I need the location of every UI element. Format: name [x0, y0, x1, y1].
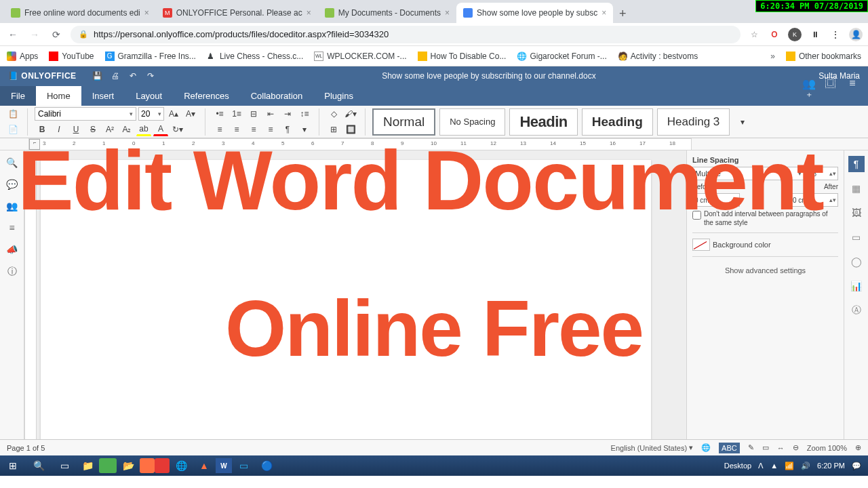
image-settings-icon[interactable]: 🖼 — [848, 205, 865, 221]
extension-icon[interactable]: K — [788, 28, 802, 41]
page-indicator[interactable]: Page 1 of 5 — [7, 444, 45, 452]
about-icon[interactable]: ⓘ — [7, 266, 17, 278]
other-bookmarks[interactable]: Other bookmarks — [786, 52, 861, 61]
browser-tab-3[interactable]: Show some love people by subsc× — [456, 3, 613, 23]
bookmark-item[interactable]: How To Disable Co... — [418, 52, 507, 61]
tab-collaboration[interactable]: Collaboration — [240, 86, 314, 106]
header-footer-icon[interactable]: ▭ — [848, 229, 865, 245]
comments-icon[interactable]: 💬 — [6, 179, 18, 190]
line-spacing-button[interactable]: ↕≡ — [297, 107, 312, 121]
fit-page-button[interactable]: ▭ — [762, 443, 769, 452]
increase-font-icon[interactable]: A▴ — [166, 107, 181, 121]
bookmark-item[interactable]: 🌐Gigarocket Forum -... — [517, 52, 606, 61]
zoom-in-button[interactable]: ⊕ — [855, 443, 861, 452]
show-advanced-link[interactable]: Show advanced settings — [692, 262, 838, 279]
tray-volume-icon[interactable]: 🔊 — [801, 462, 810, 470]
tray-clock[interactable]: 6:20 PM — [817, 462, 845, 470]
open-location-icon[interactable]: ⿴ — [823, 77, 838, 103]
bookmark-item[interactable]: YouTube — [49, 52, 94, 61]
bookmark-item[interactable]: GGramzilla - Free Ins... — [105, 52, 196, 61]
style-normal[interactable]: Normal — [372, 108, 435, 136]
subscript-button[interactable]: A₂ — [119, 123, 134, 136]
redo-icon[interactable]: ↷ — [142, 68, 159, 83]
taskbar-word[interactable]: W — [216, 458, 232, 473]
bookmark-item[interactable]: WLWPLOCKER.COM -... — [314, 52, 406, 61]
tray-network-icon[interactable]: ▲ — [770, 462, 778, 470]
taskbar-vlc[interactable]: ▲ — [193, 455, 216, 476]
styles-dropdown[interactable]: ▾ — [734, 108, 751, 136]
increase-indent-button[interactable]: ⇥ — [280, 107, 295, 121]
tray-overflow-icon[interactable]: ᐱ — [758, 462, 764, 470]
reload-button[interactable]: ⟳ — [49, 27, 64, 42]
extension-icon[interactable]: O — [768, 28, 781, 41]
browser-tab-0[interactable]: Free online word documents edi× — [4, 3, 156, 23]
extension-icon[interactable]: ⏸ — [808, 28, 822, 41]
multilevel-button[interactable]: ⊟ — [246, 107, 261, 121]
zoom-level[interactable]: Zoom 100% — [807, 444, 847, 452]
taskbar-chrome[interactable]: 🌐 — [170, 455, 193, 476]
taskbar-app[interactable]: 📂 — [117, 455, 140, 476]
italic-button[interactable]: I — [52, 123, 66, 136]
document-viewport[interactable] — [24, 150, 686, 439]
style-heading3[interactable]: Heading 3 — [657, 108, 730, 136]
bookmark-item[interactable]: 🧑Activity : bestvoms — [618, 52, 698, 61]
align-left-button[interactable]: ≡ — [212, 123, 227, 136]
select-all-button[interactable]: ⊞ — [326, 123, 341, 136]
track-changes-button[interactable]: ✎ — [748, 443, 754, 452]
clear-style-button[interactable]: ◇ — [326, 107, 341, 121]
close-icon[interactable]: × — [144, 8, 149, 18]
apps-button[interactable]: Apps — [7, 52, 38, 61]
tab-layout[interactable]: Layout — [125, 86, 173, 106]
bullets-button[interactable]: •≡ — [212, 107, 227, 121]
close-icon[interactable]: × — [601, 8, 606, 18]
undo-icon[interactable]: ↶ — [124, 68, 142, 83]
document-page[interactable] — [41, 160, 651, 439]
underline-button[interactable]: U — [68, 123, 83, 136]
font-name-select[interactable]: Calibri▾ — [35, 107, 136, 121]
superscript-button[interactable]: A² — [102, 123, 117, 136]
align-right-button[interactable]: ≡ — [246, 123, 261, 136]
copy-icon[interactable]: 📋 — [5, 107, 20, 121]
browser-tab-2[interactable]: My Documents - Documents× — [318, 3, 456, 23]
font-size-select[interactable]: 20▾ — [138, 107, 164, 121]
zoom-out-button[interactable]: ⊖ — [793, 443, 799, 452]
paragraph-settings-icon[interactable]: ¶ — [848, 156, 865, 172]
chart-settings-icon[interactable]: 📊 — [848, 278, 865, 294]
save-icon[interactable]: 💾 — [89, 68, 106, 83]
close-icon[interactable]: × — [307, 8, 311, 18]
vertical-ruler[interactable] — [24, 156, 37, 439]
share-icon[interactable]: 👥⁺ — [802, 77, 816, 103]
star-icon[interactable]: ☆ — [747, 28, 761, 41]
taskbar-app[interactable]: 📁 — [76, 455, 99, 476]
taskbar-app[interactable]: 🔵 — [255, 455, 278, 476]
style-heading1[interactable]: Headin — [509, 108, 577, 136]
browser-tab-1[interactable]: MONLYOFFICE Personal. Please ac× — [156, 3, 318, 23]
line-spacing-value[interactable]: 08▴▾ — [807, 167, 838, 180]
paste-icon[interactable]: 📄 — [5, 123, 20, 136]
feedback-icon[interactable]: 📣 — [6, 244, 18, 255]
view-settings-icon[interactable]: ≡ — [845, 77, 860, 103]
decrease-font-icon[interactable]: A▾ — [183, 107, 198, 121]
chat-icon[interactable]: 👥 — [6, 201, 18, 211]
spacing-after[interactable]: 0 cm▴▾ — [791, 193, 838, 207]
replace-button[interactable]: 🔲 — [343, 123, 358, 136]
spacing-before[interactable]: 0 cm▴▾ — [692, 193, 740, 207]
spellcheck-toggle[interactable]: ABC — [719, 443, 740, 453]
justify-button[interactable]: ≡ — [263, 123, 278, 136]
align-center-button[interactable]: ≡ — [229, 123, 244, 136]
tab-file[interactable]: File — [0, 86, 36, 106]
address-bar[interactable]: 🔒 https://personal.onlyoffice.com/produc… — [71, 26, 741, 43]
tab-insert[interactable]: Insert — [81, 86, 125, 106]
textart-settings-icon[interactable]: Ⓐ — [848, 302, 865, 319]
nonprinting-button[interactable]: ¶ — [280, 123, 295, 136]
highlight-color-button[interactable]: ab — [136, 123, 151, 136]
background-color-swatch[interactable] — [692, 239, 710, 251]
tray-desktop-label[interactable]: Desktop — [724, 462, 751, 470]
tray-notifications-icon[interactable]: 💬 — [852, 462, 861, 470]
change-case-button[interactable]: ↻▾ — [170, 123, 185, 136]
fit-width-button[interactable]: ↔ — [777, 444, 785, 452]
new-tab-button[interactable]: + — [613, 4, 632, 23]
profile-avatar[interactable]: 👤 — [849, 28, 863, 41]
decrease-indent-button[interactable]: ⇤ — [263, 107, 278, 121]
back-button[interactable]: ← — [5, 27, 20, 42]
